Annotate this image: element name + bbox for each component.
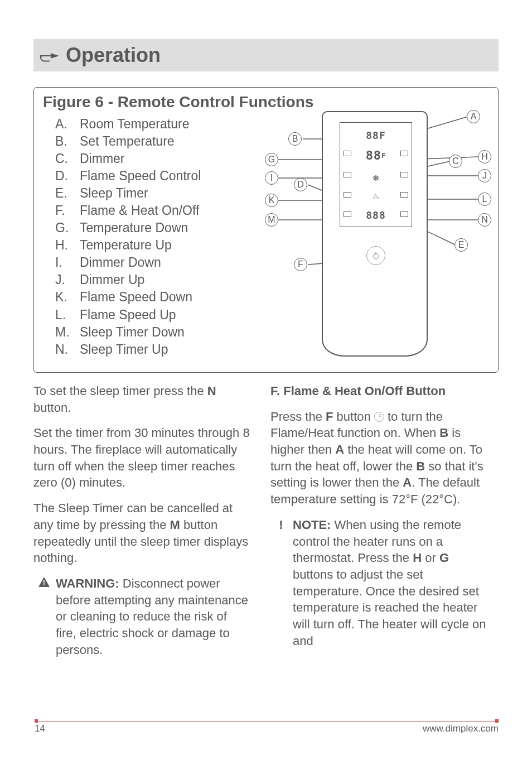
remote-diagram: A B C D E F G H I J K L M N <box>255 116 489 361</box>
callout-m: M <box>265 213 278 227</box>
remote-screen: ⁠88F 88F ❋ ♨ 888 <box>340 122 412 227</box>
power-button-icon <box>366 246 385 265</box>
callout-a: A <box>467 110 480 123</box>
list-item: G.Temperature Down <box>55 219 255 237</box>
right-column: F. Flame & Heat On/Off Button Press the … <box>270 383 491 665</box>
list-item: E.Sleep Timer <box>55 185 255 202</box>
callout-k: K <box>265 194 278 207</box>
paragraph: Set the timer from 30 minutes through 8 … <box>33 425 254 491</box>
figure-title: Figure 6 - Remote Control Functions <box>43 93 489 111</box>
callout-b: B <box>288 132 302 146</box>
list-item: B.Set Temperature <box>55 133 255 150</box>
callout-d: D <box>294 178 307 191</box>
paragraph: To set the sleep timer press the N butto… <box>33 383 254 416</box>
list-item: K.Flame Speed Down <box>55 288 255 306</box>
warning-icon: ! <box>38 575 50 658</box>
note-icon: ! <box>275 517 287 650</box>
page-footer: 14 www.dimplex.com <box>35 721 499 734</box>
body-columns: To set the sleep timer press the N butto… <box>33 383 499 665</box>
subsection-heading: F. Flame & Heat On/Off Button <box>270 383 491 400</box>
remote-body: ⁠88F 88F ❋ ♨ 888 <box>322 111 428 357</box>
page-number: 14 <box>35 723 45 734</box>
section-header: Operation <box>33 39 499 71</box>
list-item: M.Sleep Timer Down <box>55 324 255 341</box>
list-item: F.Flame & Heat On/Off <box>55 202 255 219</box>
callout-g: G <box>265 153 278 166</box>
list-item: C.Dimmer <box>55 150 255 167</box>
list-item: A.Room Temperature <box>55 116 255 133</box>
callout-i: I <box>265 171 278 185</box>
paragraph: Press the F button to turn the Flame/Hea… <box>270 408 491 508</box>
callout-n: N <box>478 213 491 227</box>
warning-block: ! WARNING: Disconnect power before attem… <box>33 575 254 658</box>
figure-6-box: Figure 6 - Remote Control Functions A.Ro… <box>33 87 499 373</box>
list-item: N.Sleep Timer Up <box>55 341 255 358</box>
footer-url: www.dimplex.com <box>423 723 499 734</box>
callout-h: H <box>478 150 491 163</box>
left-column: To set the sleep timer press the N butto… <box>33 383 254 665</box>
paragraph: The Sleep Timer can be cancelled at any … <box>33 500 254 566</box>
callout-j: J <box>478 169 491 182</box>
note-block: ! NOTE: When using the remote control th… <box>270 517 491 650</box>
callout-f: F <box>294 258 307 271</box>
callout-l: L <box>478 193 491 206</box>
list-item: H.Temperature Up <box>55 237 255 254</box>
callout-e: E <box>454 238 468 252</box>
power-icon <box>374 412 384 422</box>
pointing-hand-icon <box>39 47 60 63</box>
svg-text:!: ! <box>43 579 45 587</box>
figure-legend-list: A.Room Temperature B.Set Temperature C.D… <box>43 116 255 361</box>
callout-c: C <box>449 155 462 168</box>
list-item: I.Dimmer Down <box>55 254 255 271</box>
section-title: Operation <box>66 44 161 67</box>
list-item: L.Flame Speed Up <box>55 306 255 324</box>
list-item: D.Flame Speed Control <box>55 167 255 185</box>
list-item: J.Dimmer Up <box>55 271 255 288</box>
